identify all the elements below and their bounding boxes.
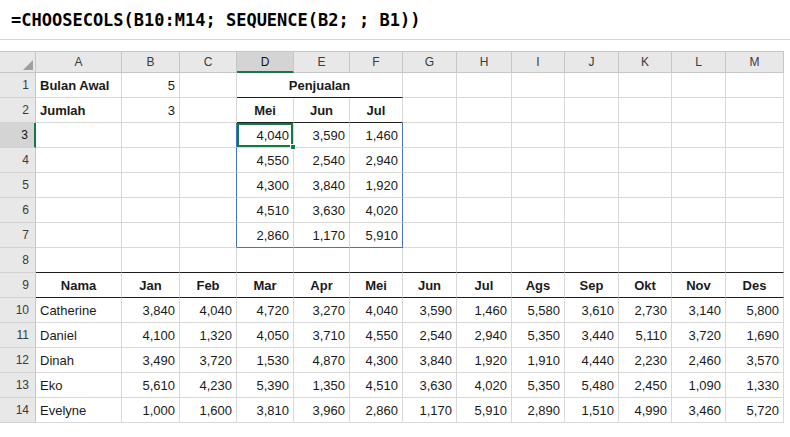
cell-E14[interactable]: 3,960 [294, 398, 350, 423]
row-header-13[interactable]: 13 [0, 373, 36, 398]
cell-J8[interactable] [565, 248, 619, 273]
cell-E2[interactable]: Jun [294, 98, 350, 123]
cell-M11[interactable]: 1,690 [726, 323, 784, 348]
column-header-H[interactable]: H [457, 51, 512, 73]
cell-A9[interactable]: Nama [36, 273, 122, 298]
row-header-4[interactable]: 4 [0, 148, 36, 173]
row-header-14[interactable]: 14 [0, 398, 36, 423]
cell-K4[interactable] [619, 148, 672, 173]
cell-K10[interactable]: 2,730 [619, 298, 672, 323]
cell-I12[interactable]: 1,910 [512, 348, 565, 373]
cell-M4[interactable] [726, 148, 784, 173]
cell-F6[interactable]: 4,020 [350, 198, 403, 223]
row-header-3[interactable]: 3 [0, 123, 36, 148]
cell-M12[interactable]: 3,570 [726, 348, 784, 373]
cell-I11[interactable]: 5,350 [512, 323, 565, 348]
cell-E10[interactable]: 3,270 [294, 298, 350, 323]
cell-A11[interactable]: Daniel [36, 323, 122, 348]
cell-D14[interactable]: 3,810 [237, 398, 294, 423]
cell-G13[interactable]: 3,630 [403, 373, 457, 398]
cell-G9[interactable]: Jun [403, 273, 457, 298]
cell-M2[interactable] [726, 98, 784, 123]
cell-H13[interactable]: 4,020 [457, 373, 512, 398]
cell-E13[interactable]: 1,350 [294, 373, 350, 398]
cell-I1[interactable] [512, 73, 565, 98]
cell-H9[interactable]: Jul [457, 273, 512, 298]
cell-G1[interactable] [403, 73, 457, 98]
cell-B4[interactable] [122, 148, 180, 173]
column-header-I[interactable]: I [512, 51, 565, 73]
cell-E7[interactable]: 1,170 [294, 223, 350, 248]
cell-M1[interactable] [726, 73, 784, 98]
cell-F13[interactable]: 4,510 [350, 373, 403, 398]
cell-M3[interactable] [726, 123, 784, 148]
cell-H14[interactable]: 5,910 [457, 398, 512, 423]
cell-A10[interactable]: Catherine [36, 298, 122, 323]
cell-A12[interactable]: Dinah [36, 348, 122, 373]
row-header-11[interactable]: 11 [0, 323, 36, 348]
cell-J3[interactable] [565, 123, 619, 148]
cell-F14[interactable]: 2,860 [350, 398, 403, 423]
cell-B12[interactable]: 3,490 [122, 348, 180, 373]
cell-E8[interactable] [294, 248, 350, 273]
cell-G8[interactable] [403, 248, 457, 273]
cell-D6[interactable]: 4,510 [237, 198, 294, 223]
column-header-K[interactable]: K [619, 51, 672, 73]
select-all-corner[interactable] [0, 51, 36, 73]
cell-J12[interactable]: 4,440 [565, 348, 619, 373]
cell-K8[interactable] [619, 248, 672, 273]
cell-E11[interactable]: 3,710 [294, 323, 350, 348]
cell-L13[interactable]: 1,090 [672, 373, 726, 398]
cell-F2[interactable]: Jul [350, 98, 403, 123]
cell-H4[interactable] [457, 148, 512, 173]
cell-H6[interactable] [457, 198, 512, 223]
cell-D9[interactable]: Mar [237, 273, 294, 298]
cell-F9[interactable]: Mei [350, 273, 403, 298]
cell-A2[interactable]: Jumlah [36, 98, 122, 123]
cell-L12[interactable]: 2,460 [672, 348, 726, 373]
cell-I4[interactable] [512, 148, 565, 173]
cell-K9[interactable]: Okt [619, 273, 672, 298]
cell-F10[interactable]: 4,040 [350, 298, 403, 323]
cell-L6[interactable] [672, 198, 726, 223]
cell-I10[interactable]: 5,580 [512, 298, 565, 323]
cell-H3[interactable] [457, 123, 512, 148]
cell-F4[interactable]: 2,940 [350, 148, 403, 173]
cell-A1[interactable]: Bulan Awal [36, 73, 122, 98]
cell-D7[interactable]: 2,860 [237, 223, 294, 248]
cell-M14[interactable]: 5,720 [726, 398, 784, 423]
cell-J10[interactable]: 3,610 [565, 298, 619, 323]
cell-G3[interactable] [403, 123, 457, 148]
cell-D4[interactable]: 4,550 [237, 148, 294, 173]
cell-K11[interactable]: 5,110 [619, 323, 672, 348]
cell-H10[interactable]: 1,460 [457, 298, 512, 323]
cell-G6[interactable] [403, 198, 457, 223]
cell-J1[interactable] [565, 73, 619, 98]
cell-M7[interactable] [726, 223, 784, 248]
cell-K14[interactable]: 4,990 [619, 398, 672, 423]
cell-C3[interactable] [180, 123, 237, 148]
cell-B10[interactable]: 3,840 [122, 298, 180, 323]
cell-D12[interactable]: 1,530 [237, 348, 294, 373]
cell-C9[interactable]: Feb [180, 273, 237, 298]
cell-C4[interactable] [180, 148, 237, 173]
cell-L5[interactable] [672, 173, 726, 198]
cell-C6[interactable] [180, 198, 237, 223]
cell-K12[interactable]: 2,230 [619, 348, 672, 373]
cell-H7[interactable] [457, 223, 512, 248]
cell-L3[interactable] [672, 123, 726, 148]
cell-G5[interactable] [403, 173, 457, 198]
cell-F11[interactable]: 4,550 [350, 323, 403, 348]
cell-I9[interactable]: Ags [512, 273, 565, 298]
cell-A13[interactable]: Eko [36, 373, 122, 398]
cell-G7[interactable] [403, 223, 457, 248]
cell-J6[interactable] [565, 198, 619, 223]
cell-F12[interactable]: 4,300 [350, 348, 403, 373]
cell-M13[interactable]: 1,330 [726, 373, 784, 398]
cell-A4[interactable] [36, 148, 122, 173]
cell-K1[interactable] [619, 73, 672, 98]
column-header-L[interactable]: L [672, 51, 726, 73]
cell-H12[interactable]: 1,920 [457, 348, 512, 373]
cell-L14[interactable]: 3,460 [672, 398, 726, 423]
cell-F7[interactable]: 5,910 [350, 223, 403, 248]
